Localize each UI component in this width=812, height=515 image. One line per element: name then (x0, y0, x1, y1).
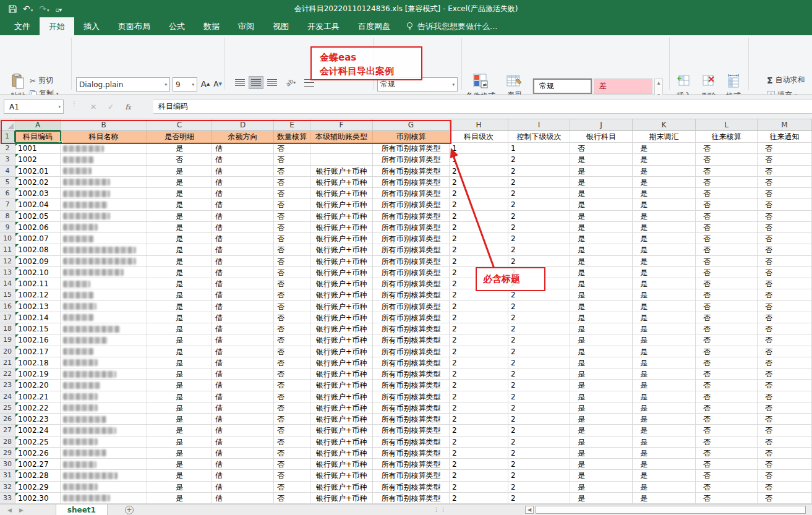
grid-cell-C12[interactable]: 是 (147, 256, 212, 267)
grid-cell-I30[interactable]: 2 (508, 459, 570, 470)
ribbon-tab-审阅[interactable]: 审阅 (229, 17, 263, 35)
grid-cell-E21[interactable]: 否 (274, 357, 310, 368)
grid-cell-A2[interactable]: 1001 (15, 143, 61, 154)
grid-cell-L25[interactable]: 否 (696, 402, 758, 414)
grid-cell-A30[interactable]: 1002.27 (15, 459, 61, 470)
grid-cell-G10[interactable]: 所有币别核算类型 (373, 233, 450, 244)
grid-cell-H3[interactable]: 1 (450, 154, 508, 165)
grid-cell-J13[interactable]: 是 (570, 267, 633, 278)
grid-cell-K19[interactable]: 是 (633, 334, 696, 346)
grid-cell-H26[interactable]: 2 (450, 414, 508, 425)
grid-cell-B20[interactable] (61, 346, 147, 357)
grid-cell-J11[interactable]: 是 (570, 244, 633, 255)
grid-cell-A20[interactable]: 1002.17 (15, 346, 61, 357)
grid-cell-G32[interactable]: 所有币别核算类型 (373, 482, 450, 493)
grid-cell-J6[interactable]: 是 (570, 188, 633, 199)
row-header-27[interactable]: 27 (0, 425, 15, 436)
grid-cell-H22[interactable]: 2 (450, 368, 508, 380)
grid-cell-J8[interactable]: 是 (570, 211, 633, 222)
grid-cell-A26[interactable]: 1002.23 (15, 414, 61, 425)
grid-cell-C16[interactable]: 是 (147, 301, 212, 312)
grid-cell-H11[interactable]: 2 (450, 244, 508, 255)
ribbon-tab-数据[interactable]: 数据 (194, 17, 229, 35)
grid-cell-E25[interactable]: 否 (274, 402, 310, 414)
grid-cell-F27[interactable]: 银行账户+币种 (310, 425, 373, 436)
row-header-30[interactable]: 30 (0, 459, 15, 470)
header-cell-E1[interactable]: 数量核算 (274, 131, 310, 143)
grid-cell-B18[interactable] (61, 323, 147, 334)
grid-cell-D4[interactable]: 借 (212, 166, 274, 177)
grid-cell-A25[interactable]: 1002.22 (15, 402, 61, 414)
grid-cell-J23[interactable]: 是 (570, 380, 633, 391)
grid-cell-A12[interactable]: 1002.09 (15, 256, 61, 267)
grid-cell-J25[interactable]: 是 (570, 402, 633, 414)
grid-cell-M25[interactable]: 否 (758, 402, 812, 414)
grid-cell-M29[interactable]: 否 (758, 448, 812, 459)
grid-cell-F21[interactable]: 银行账户+币种 (310, 357, 373, 368)
grid-cell-I7[interactable]: 2 (508, 199, 570, 210)
grid-cell-I9[interactable]: 2 (508, 222, 570, 233)
grid-cell-M2[interactable]: 否 (758, 143, 812, 154)
font-name-combobox[interactable]: Dialog.plain▾ (76, 77, 170, 92)
grid-cell-I12[interactable]: 2 (508, 256, 570, 267)
name-box[interactable]: A1▾ (4, 100, 64, 114)
grid-cell-K15[interactable]: 是 (633, 289, 696, 300)
grid-cell-L11[interactable]: 否 (696, 244, 758, 255)
row-header-18[interactable]: 18 (0, 323, 15, 334)
grid-cell-D24[interactable]: 借 (212, 391, 274, 402)
grid-cell-C22[interactable]: 是 (147, 368, 212, 380)
grid-cell-I31[interactable]: 2 (508, 470, 570, 481)
grid-cell-D29[interactable]: 借 (212, 448, 274, 459)
grid-cell-J7[interactable]: 是 (570, 199, 633, 210)
grid-cell-F24[interactable]: 银行账户+币种 (310, 391, 373, 402)
grid-cell-F18[interactable]: 银行账户+币种 (310, 323, 373, 334)
grid-cell-G17[interactable]: 所有币别核算类型 (373, 312, 450, 323)
grid-cell-A3[interactable]: 1002 (15, 154, 61, 165)
grid-cell-G4[interactable]: 所有币别核算类型 (373, 166, 450, 177)
ribbon-tab-开始[interactable]: 开始 (40, 17, 74, 35)
grid-cell-F22[interactable]: 银行账户+币种 (310, 368, 373, 380)
grid-cell-F15[interactable]: 银行账户+币种 (310, 289, 373, 300)
grid-cell-D26[interactable]: 借 (212, 414, 274, 425)
grid-cell-M17[interactable]: 否 (758, 312, 812, 323)
grid-cell-A21[interactable]: 1002.18 (15, 357, 61, 368)
grid-cell-H8[interactable]: 2 (450, 211, 508, 222)
grid-cell-M11[interactable]: 否 (758, 244, 812, 255)
column-header-A[interactable]: A (15, 119, 61, 131)
grid-cell-B19[interactable] (61, 334, 147, 346)
grid-cell-F23[interactable]: 银行账户+币种 (310, 380, 373, 391)
grid-cell-G23[interactable]: 所有币别核算类型 (373, 380, 450, 391)
cancel-icon[interactable]: ✕ (90, 103, 96, 111)
row-header-23[interactable]: 23 (0, 380, 15, 391)
grid-cell-A9[interactable]: 1002.06 (15, 222, 61, 233)
grid-cell-C20[interactable]: 是 (147, 346, 212, 357)
grid-cell-B22[interactable] (61, 368, 147, 380)
grid-cell-E2[interactable]: 否 (274, 143, 310, 154)
grid-cell-E10[interactable]: 否 (274, 233, 310, 244)
grid-cell-C7[interactable]: 是 (147, 199, 212, 210)
grid-cell-C9[interactable]: 是 (147, 222, 212, 233)
grid-cell-B13[interactable] (61, 267, 147, 278)
row-header-33[interactable]: 33 (0, 493, 15, 504)
grid-cell-K29[interactable]: 是 (633, 448, 696, 459)
grid-cell-F8[interactable]: 银行账户+币种 (310, 211, 373, 222)
grid-cell-B30[interactable] (61, 459, 147, 470)
row-header-2[interactable]: 2 (0, 143, 15, 154)
grid-cell-L33[interactable]: 否 (696, 493, 758, 504)
grid-cell-G14[interactable]: 所有币别核算类型 (373, 278, 450, 289)
grid-cell-I32[interactable]: 2 (508, 482, 570, 493)
grid-cell-L2[interactable]: 否 (696, 143, 758, 154)
grid-cell-G5[interactable]: 所有币别核算类型 (373, 177, 450, 188)
grid-cell-K20[interactable]: 是 (633, 346, 696, 357)
grid-cell-A28[interactable]: 1002.25 (15, 436, 61, 448)
grid-cell-C3[interactable]: 否 (147, 154, 212, 165)
grid-cell-K11[interactable]: 是 (633, 244, 696, 255)
grid-cell-E31[interactable]: 否 (274, 470, 310, 481)
grid-cell-C18[interactable]: 是 (147, 323, 212, 334)
grid-cell-L19[interactable]: 否 (696, 334, 758, 346)
grid-cell-I26[interactable]: 2 (508, 414, 570, 425)
select-all-corner[interactable] (0, 119, 15, 131)
grid-cell-I20[interactable]: 2 (508, 346, 570, 357)
grid-cell-G7[interactable]: 所有币别核算类型 (373, 199, 450, 210)
row-header-28[interactable]: 28 (0, 436, 15, 448)
